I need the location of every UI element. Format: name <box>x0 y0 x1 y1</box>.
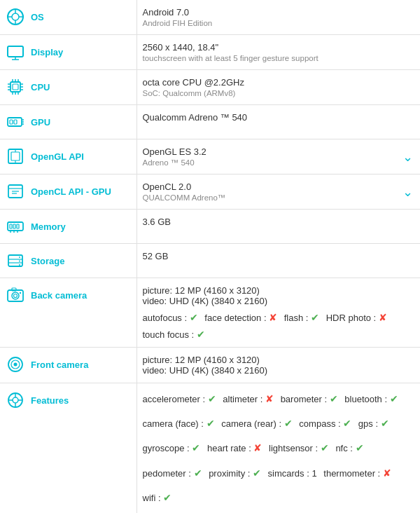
chevron-down-icon[interactable]: ⌄ <box>402 149 413 165</box>
value-cell-os: Android 7.0 Android FIH Edition <box>136 0 420 35</box>
svg-rect-25 <box>10 120 13 124</box>
check-icon: ✔ <box>321 442 329 453</box>
feature-item: simcards : 1 <box>268 468 317 479</box>
feature-line-4: wifi : ✔ <box>143 489 415 507</box>
opencl-icon <box>6 182 25 201</box>
gpu-icon <box>6 112 25 132</box>
memory-icon <box>6 217 25 236</box>
value-cell-gpu: Qualcomm Adreno ™ 540 <box>136 105 420 139</box>
cross-icon: ✘ <box>383 467 391 479</box>
svg-rect-6 <box>8 46 23 57</box>
cross-icon: ✘ <box>265 393 274 404</box>
svg-rect-31 <box>11 152 20 160</box>
feature-item: pedometer : ✔ <box>143 468 202 479</box>
feature-item: gyroscope : ✔ <box>143 443 201 453</box>
value-main-opencl: OpenCL 2.0 <box>143 182 415 192</box>
value-cell-storage: 52 GB <box>136 244 420 278</box>
svg-point-60 <box>13 397 18 403</box>
value-main-gpu: Qualcomm Adreno ™ 540 <box>143 112 415 123</box>
value-sub-display: touchscreen with at least 5 finger gestu… <box>143 54 415 62</box>
label-text-os: OS <box>31 12 44 22</box>
label-text-back-camera: Back camera <box>31 290 87 301</box>
svg-rect-26 <box>14 120 17 124</box>
feature-item: autofocus : ✔ <box>143 313 198 323</box>
check-icon: ✔ <box>330 393 338 404</box>
feature-item: accelerometer : ✔ <box>143 394 216 404</box>
front-camera-pic: picture: 12 MP (4160 x 3120) <box>143 355 415 365</box>
chevron-down-icon[interactable]: ⌄ <box>402 184 413 200</box>
feature-item: heart rate : ✘ <box>207 443 262 453</box>
value-cell-opengl: OpenGL ES 3.2 Adreno ™ 540 ⌄ <box>136 139 420 175</box>
value-cell-back-camera: picture: 12 MP (4160 x 3120) video: UHD … <box>136 278 420 348</box>
svg-rect-45 <box>8 255 22 266</box>
feature-item: wifi : ✔ <box>143 493 172 503</box>
check-icon: ✔ <box>381 418 389 429</box>
back-camera-features: autofocus : ✔ face detection : ✘ flash :… <box>143 312 415 323</box>
feature-item: face detection : ✘ <box>204 313 277 323</box>
back-camera-icon <box>6 285 25 305</box>
label-text-memory: Memory <box>31 221 66 232</box>
label-text-display: Display <box>31 47 63 57</box>
svg-point-55 <box>20 292 21 294</box>
label-text-gpu: GPU <box>31 117 50 128</box>
row-front-camera: Front camera picture: 12 MP (4160 x 3120… <box>0 348 420 383</box>
svg-rect-11 <box>13 84 18 90</box>
svg-rect-41 <box>17 224 19 228</box>
check-icon: ✔ <box>311 312 319 323</box>
check-icon: ✔ <box>190 312 198 323</box>
feature-item: touch focus : ✔ <box>143 329 205 340</box>
row-cpu: CPU octa core CPU @2.2GHz SoC: Qualcomm … <box>0 70 420 105</box>
value-cell-opencl: OpenCL 2.0 QUALCOMM Adreno™ ⌄ <box>136 175 420 210</box>
svg-point-50 <box>19 264 20 266</box>
check-icon: ✔ <box>194 467 202 479</box>
value-cell-front-camera: picture: 12 MP (4160 x 3120) video: UHD … <box>136 348 420 383</box>
svg-point-1 <box>12 13 19 20</box>
row-back-camera: Back camera picture: 12 MP (4160 x 3120)… <box>0 278 420 348</box>
label-text-cpu: CPU <box>31 82 50 93</box>
check-icon: ✔ <box>356 442 364 453</box>
feature-item: gps : ✔ <box>358 418 389 429</box>
cross-icon: ✘ <box>269 312 277 323</box>
check-icon: ✔ <box>206 418 215 429</box>
svg-rect-39 <box>10 224 12 228</box>
row-memory: Memory 3.6 GB <box>0 210 420 244</box>
value-main-os: Android 7.0 <box>143 7 415 18</box>
row-gpu: GPU Qualcomm Adreno ™ 540 <box>0 105 420 139</box>
storage-icon <box>6 251 25 271</box>
value-main-cpu: octa core CPU @2.2GHz <box>143 77 415 88</box>
svg-rect-10 <box>10 82 20 92</box>
value-sub-opengl: Adreno ™ 540 <box>143 158 415 167</box>
feature-item: proximity : ✔ <box>209 468 261 479</box>
check-icon: ✔ <box>284 418 293 429</box>
back-camera-features2: touch focus : ✔ <box>143 329 415 340</box>
cpu-icon <box>6 77 25 97</box>
feature-line-2: gyroscope : ✔ heart rate : ✘ lightsensor… <box>143 439 415 457</box>
feature-item: HDR photo : ✘ <box>326 313 387 323</box>
feature-item: compass : ✔ <box>299 418 351 429</box>
row-display: Display 2560 x 1440, 18.4" touchscreen w… <box>0 35 420 70</box>
svg-point-49 <box>19 261 20 262</box>
spec-table: OS Android 7.0 Android FIH Edition Displ… <box>0 0 420 513</box>
feature-item: barometer : ✔ <box>281 394 338 404</box>
feature-item: camera (face) : ✔ <box>143 418 215 429</box>
front-camera-vid: video: UHD (4K) (3840 x 2160) <box>143 365 415 376</box>
value-cell-cpu: octa core CPU @2.2GHz SoC: Qualcomm (ARM… <box>136 70 420 105</box>
value-main-display: 2560 x 1440, 18.4" <box>143 42 415 53</box>
check-icon: ✔ <box>197 329 205 340</box>
cross-icon: ✘ <box>379 312 387 323</box>
row-storage: Storage 52 GB <box>0 244 420 278</box>
feature-item: bluetooth : ✔ <box>344 394 398 404</box>
value-main-memory: 3.6 GB <box>143 217 415 227</box>
svg-point-53 <box>14 294 18 298</box>
value-sub-os: Android FIH Edition <box>143 19 415 27</box>
check-icon: ✔ <box>192 442 200 453</box>
opengl-icon <box>6 146 25 166</box>
value-sub-cpu: SoC: Qualcomm (ARMv8) <box>143 89 415 97</box>
value-sub-opencl: QUALCOMM Adreno™ <box>143 193 415 202</box>
feature-line-1: camera (face) : ✔ camera (rear) : ✔ comp… <box>143 415 415 432</box>
display-icon <box>6 42 25 62</box>
feature-item: lightsensor : ✔ <box>269 443 329 453</box>
feature-item: flash : ✔ <box>284 313 319 323</box>
value-main-storage: 52 GB <box>143 251 415 261</box>
value-cell-display: 2560 x 1440, 18.4" touchscreen with at l… <box>136 35 420 70</box>
